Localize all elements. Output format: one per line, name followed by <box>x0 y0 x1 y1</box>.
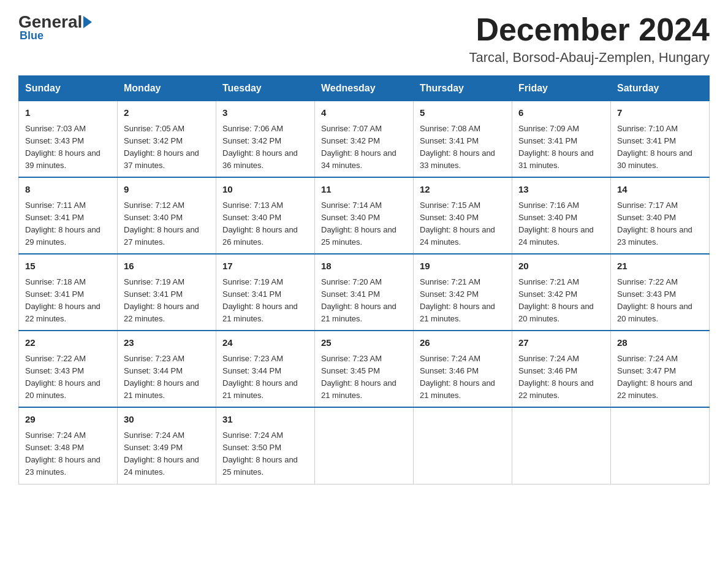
calendar-header-row: SundayMondayTuesdayWednesdayThursdayFrid… <box>19 76 710 101</box>
day-info: Sunrise: 7:24 AMSunset: 3:50 PMDaylight:… <box>222 431 298 477</box>
day-number: 24 <box>222 336 308 350</box>
calendar-day-cell: 2Sunrise: 7:05 AMSunset: 3:42 PMDaylight… <box>118 101 216 177</box>
day-info: Sunrise: 7:19 AMSunset: 3:41 PMDaylight:… <box>222 277 298 323</box>
day-number: 22 <box>25 336 111 350</box>
calendar-day-cell: 18Sunrise: 7:20 AMSunset: 3:41 PMDayligh… <box>315 254 414 331</box>
day-number: 26 <box>420 336 506 350</box>
day-number: 23 <box>124 336 210 350</box>
day-number: 21 <box>617 259 703 274</box>
calendar-day-cell: 25Sunrise: 7:23 AMSunset: 3:45 PMDayligh… <box>315 331 414 407</box>
day-info: Sunrise: 7:06 AMSunset: 3:42 PMDaylight:… <box>222 124 298 170</box>
day-number: 8 <box>25 183 111 197</box>
calendar-day-cell <box>611 407 710 484</box>
day-info: Sunrise: 7:12 AMSunset: 3:40 PMDaylight:… <box>124 201 199 247</box>
day-info: Sunrise: 7:24 AMSunset: 3:46 PMDaylight:… <box>420 354 495 400</box>
calendar-day-cell: 26Sunrise: 7:24 AMSunset: 3:46 PMDayligh… <box>414 331 512 407</box>
day-info: Sunrise: 7:07 AMSunset: 3:42 PMDaylight:… <box>321 124 396 170</box>
day-number: 3 <box>222 106 308 120</box>
day-number: 29 <box>25 413 111 427</box>
day-number: 15 <box>25 259 111 274</box>
calendar-day-cell <box>315 407 414 484</box>
day-info: Sunrise: 7:18 AMSunset: 3:41 PMDaylight:… <box>25 277 100 323</box>
day-number: 12 <box>420 183 506 197</box>
day-number: 13 <box>518 183 604 197</box>
calendar-day-cell: 5Sunrise: 7:08 AMSunset: 3:41 PMDaylight… <box>414 101 512 177</box>
day-number: 10 <box>222 183 308 197</box>
day-info: Sunrise: 7:09 AMSunset: 3:41 PMDaylight:… <box>518 124 594 170</box>
calendar-day-cell: 8Sunrise: 7:11 AMSunset: 3:41 PMDaylight… <box>19 177 118 254</box>
calendar-week-row: 22Sunrise: 7:22 AMSunset: 3:43 PMDayligh… <box>19 331 710 407</box>
month-year-title: December 2024 <box>469 12 710 47</box>
calendar-day-cell <box>414 407 512 484</box>
day-info: Sunrise: 7:23 AMSunset: 3:45 PMDaylight:… <box>321 354 396 400</box>
calendar-day-cell: 7Sunrise: 7:10 AMSunset: 3:41 PMDaylight… <box>611 101 710 177</box>
day-info: Sunrise: 7:24 AMSunset: 3:46 PMDaylight:… <box>518 354 594 400</box>
calendar-week-row: 8Sunrise: 7:11 AMSunset: 3:41 PMDaylight… <box>19 177 710 254</box>
day-number: 31 <box>222 413 308 427</box>
day-number: 16 <box>124 259 210 274</box>
calendar-day-cell: 30Sunrise: 7:24 AMSunset: 3:49 PMDayligh… <box>118 407 216 484</box>
page-header: General Blue December 2024 Tarcal, Borso… <box>18 12 710 66</box>
day-info: Sunrise: 7:11 AMSunset: 3:41 PMDaylight:… <box>25 201 100 247</box>
calendar-day-cell: 27Sunrise: 7:24 AMSunset: 3:46 PMDayligh… <box>512 331 611 407</box>
day-info: Sunrise: 7:08 AMSunset: 3:41 PMDaylight:… <box>420 124 495 170</box>
day-of-week-header: Friday <box>512 76 611 101</box>
day-of-week-header: Sunday <box>19 76 118 101</box>
day-of-week-header: Monday <box>118 76 216 101</box>
calendar-day-cell: 9Sunrise: 7:12 AMSunset: 3:40 PMDaylight… <box>118 177 216 254</box>
calendar-week-row: 15Sunrise: 7:18 AMSunset: 3:41 PMDayligh… <box>19 254 710 331</box>
logo-subtitle: Blue <box>18 29 44 42</box>
day-of-week-header: Thursday <box>414 76 512 101</box>
day-number: 14 <box>617 183 703 197</box>
day-of-week-header: Saturday <box>611 76 710 101</box>
calendar-day-cell: 20Sunrise: 7:21 AMSunset: 3:42 PMDayligh… <box>512 254 611 331</box>
day-info: Sunrise: 7:21 AMSunset: 3:42 PMDaylight:… <box>420 277 495 323</box>
day-info: Sunrise: 7:14 AMSunset: 3:40 PMDaylight:… <box>321 201 396 247</box>
day-number: 7 <box>617 106 703 120</box>
calendar-day-cell: 13Sunrise: 7:16 AMSunset: 3:40 PMDayligh… <box>512 177 611 254</box>
calendar-day-cell: 28Sunrise: 7:24 AMSunset: 3:47 PMDayligh… <box>611 331 710 407</box>
day-number: 4 <box>321 106 407 120</box>
calendar-day-cell: 23Sunrise: 7:23 AMSunset: 3:44 PMDayligh… <box>118 331 216 407</box>
day-number: 20 <box>518 259 604 274</box>
day-info: Sunrise: 7:22 AMSunset: 3:43 PMDaylight:… <box>25 354 100 400</box>
day-number: 9 <box>124 183 210 197</box>
day-number: 11 <box>321 183 407 197</box>
day-number: 18 <box>321 259 407 274</box>
calendar-day-cell <box>512 407 611 484</box>
title-section: December 2024 Tarcal, Borsod-Abauj-Zempl… <box>469 12 710 66</box>
calendar-day-cell: 4Sunrise: 7:07 AMSunset: 3:42 PMDaylight… <box>315 101 414 177</box>
calendar-week-row: 29Sunrise: 7:24 AMSunset: 3:48 PMDayligh… <box>19 407 710 484</box>
day-number: 6 <box>518 106 604 120</box>
day-info: Sunrise: 7:24 AMSunset: 3:49 PMDaylight:… <box>124 431 199 477</box>
calendar-table: SundayMondayTuesdayWednesdayThursdayFrid… <box>18 75 710 484</box>
day-info: Sunrise: 7:03 AMSunset: 3:43 PMDaylight:… <box>25 124 100 170</box>
day-info: Sunrise: 7:23 AMSunset: 3:44 PMDaylight:… <box>222 354 298 400</box>
logo: General Blue <box>18 12 93 42</box>
day-number: 25 <box>321 336 407 350</box>
calendar-day-cell: 6Sunrise: 7:09 AMSunset: 3:41 PMDaylight… <box>512 101 611 177</box>
calendar-day-cell: 15Sunrise: 7:18 AMSunset: 3:41 PMDayligh… <box>19 254 118 331</box>
calendar-day-cell: 29Sunrise: 7:24 AMSunset: 3:48 PMDayligh… <box>19 407 118 484</box>
day-number: 19 <box>420 259 506 274</box>
calendar-day-cell: 14Sunrise: 7:17 AMSunset: 3:40 PMDayligh… <box>611 177 710 254</box>
day-info: Sunrise: 7:16 AMSunset: 3:40 PMDaylight:… <box>518 201 594 247</box>
day-number: 17 <box>222 259 308 274</box>
day-number: 28 <box>617 336 703 350</box>
calendar-day-cell: 11Sunrise: 7:14 AMSunset: 3:40 PMDayligh… <box>315 177 414 254</box>
calendar-day-cell: 21Sunrise: 7:22 AMSunset: 3:43 PMDayligh… <box>611 254 710 331</box>
calendar-day-cell: 16Sunrise: 7:19 AMSunset: 3:41 PMDayligh… <box>118 254 216 331</box>
calendar-week-row: 1Sunrise: 7:03 AMSunset: 3:43 PMDaylight… <box>19 101 710 177</box>
day-info: Sunrise: 7:19 AMSunset: 3:41 PMDaylight:… <box>124 277 199 323</box>
day-info: Sunrise: 7:20 AMSunset: 3:41 PMDaylight:… <box>321 277 396 323</box>
calendar-day-cell: 17Sunrise: 7:19 AMSunset: 3:41 PMDayligh… <box>216 254 315 331</box>
day-info: Sunrise: 7:10 AMSunset: 3:41 PMDaylight:… <box>617 124 692 170</box>
day-info: Sunrise: 7:23 AMSunset: 3:44 PMDaylight:… <box>124 354 199 400</box>
day-of-week-header: Tuesday <box>216 76 315 101</box>
calendar-day-cell: 1Sunrise: 7:03 AMSunset: 3:43 PMDaylight… <box>19 101 118 177</box>
calendar-day-cell: 10Sunrise: 7:13 AMSunset: 3:40 PMDayligh… <box>216 177 315 254</box>
calendar-day-cell: 12Sunrise: 7:15 AMSunset: 3:40 PMDayligh… <box>414 177 512 254</box>
calendar-day-cell: 19Sunrise: 7:21 AMSunset: 3:42 PMDayligh… <box>414 254 512 331</box>
location-subtitle: Tarcal, Borsod-Abauj-Zemplen, Hungary <box>469 50 710 66</box>
day-of-week-header: Wednesday <box>315 76 414 101</box>
